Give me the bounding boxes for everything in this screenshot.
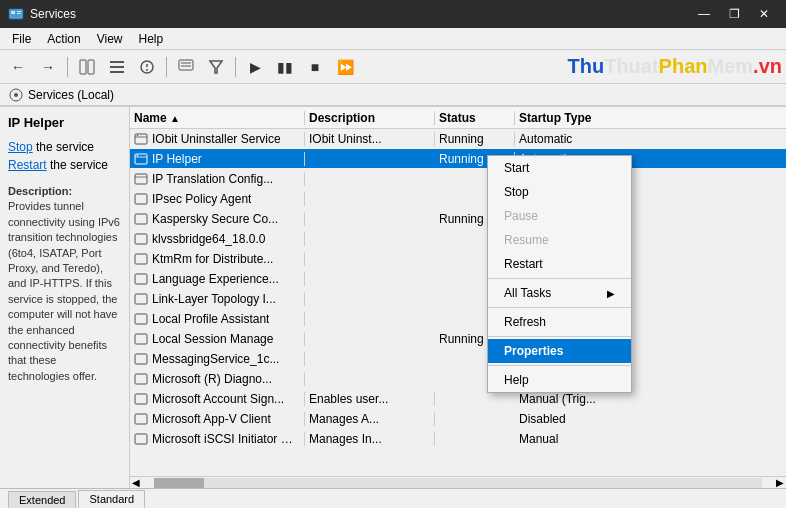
- pause-button[interactable]: ▮▮: [271, 54, 299, 80]
- table-header: Name ▲ Description Status Startup Type: [130, 107, 786, 129]
- col-header-desc: Description: [305, 111, 435, 125]
- table-row[interactable]: KtmRm for Distribute... Manual (Trig...: [130, 249, 786, 269]
- service-icon: [134, 192, 148, 206]
- row-name: IP Translation Config...: [152, 172, 273, 186]
- table-row[interactable]: Microsoft (R) Diagno... Manual: [130, 369, 786, 389]
- table-row[interactable]: Microsoft Account Sign... Enables user..…: [130, 389, 786, 409]
- row-desc: Enables user...: [305, 392, 435, 406]
- row-name: klvssbridge64_18.0.0: [152, 232, 265, 246]
- table-row[interactable]: Microsoft iSCSI Initiator Ser... Manages…: [130, 429, 786, 449]
- ctx-all-tasks[interactable]: All Tasks ▶: [488, 281, 631, 305]
- svg-rect-32: [135, 314, 147, 324]
- event-log-button[interactable]: [172, 54, 200, 80]
- menu-view[interactable]: View: [89, 30, 131, 48]
- service-icon: [134, 352, 148, 366]
- table-row[interactable]: Language Experience... Manual (Trig...: [130, 269, 786, 289]
- row-startup: Manual: [515, 432, 615, 446]
- table-row[interactable]: MessagingService_1c... Manual (Trig...: [130, 349, 786, 369]
- svg-rect-6: [110, 61, 124, 63]
- svg-rect-1: [11, 11, 15, 14]
- row-desc: Manages In...: [305, 432, 435, 446]
- filter-button[interactable]: [202, 54, 230, 80]
- restart-service-link[interactable]: Restart: [8, 158, 47, 172]
- table-row[interactable]: IP Translation Config... Manual (Trig...: [130, 169, 786, 189]
- stop-button[interactable]: ■: [301, 54, 329, 80]
- service-icon: [134, 372, 148, 386]
- ctx-refresh[interactable]: Refresh: [488, 310, 631, 334]
- breadcrumb-bar: Services (Local): [0, 84, 786, 106]
- scroll-left-btn[interactable]: ◀: [130, 477, 142, 488]
- menu-help[interactable]: Help: [131, 30, 172, 48]
- menu-action[interactable]: Action: [39, 30, 88, 48]
- ctx-restart-label: Restart: [504, 257, 543, 271]
- desc-title: Description:: [8, 185, 72, 197]
- minimize-button[interactable]: —: [690, 4, 718, 24]
- row-name: Link-Layer Topology I...: [152, 292, 276, 306]
- table-row[interactable]: IObit Uninstaller Service IObit Uninst..…: [130, 129, 786, 149]
- svg-rect-38: [135, 434, 147, 444]
- forward-button[interactable]: →: [34, 54, 62, 80]
- bottom-section: Extended Standard Opens the properties d…: [0, 488, 786, 508]
- ctx-separator-1: [488, 278, 631, 279]
- play-button[interactable]: ▶: [241, 54, 269, 80]
- table-row[interactable]: klvssbridge64_18.0.0 Manual: [130, 229, 786, 249]
- table-row[interactable]: Kaspersky Secure Co... Running Automatic…: [130, 209, 786, 229]
- table-row[interactable]: IP Helper Running Automatic: [130, 149, 786, 169]
- svg-rect-12: [179, 60, 193, 70]
- row-name: KtmRm for Distribute...: [152, 252, 273, 266]
- menu-file[interactable]: File: [4, 30, 39, 48]
- stop-service-link[interactable]: Stop: [8, 140, 33, 154]
- table-row[interactable]: Link-Layer Topology I... Manual (Trig...: [130, 289, 786, 309]
- row-name: Microsoft App-V Client: [152, 412, 271, 426]
- row-name: MessagingService_1c...: [152, 352, 279, 366]
- close-button[interactable]: ✕: [750, 4, 778, 24]
- svg-rect-37: [135, 414, 147, 424]
- svg-rect-7: [110, 66, 124, 68]
- ctx-help[interactable]: Help: [488, 368, 631, 392]
- restart-button[interactable]: ⏩: [331, 54, 359, 80]
- ctx-restart[interactable]: Restart: [488, 252, 631, 276]
- main-area: IP Helper Stop the service Restart the s…: [0, 106, 786, 488]
- tab-standard[interactable]: Standard: [78, 490, 145, 508]
- toolbar: ← → ▶ ▮▮ ■ ⏩ ThuThuatPhanMem.vn: [0, 50, 786, 84]
- properties-btn[interactable]: [133, 54, 161, 80]
- svg-marker-15: [210, 61, 222, 73]
- row-startup: Automatic: [515, 132, 615, 146]
- ctx-properties[interactable]: Properties: [488, 339, 631, 363]
- toolbar-separator-3: [235, 57, 236, 77]
- svg-rect-28: [135, 234, 147, 244]
- maximize-button[interactable]: ❐: [720, 4, 748, 24]
- svg-rect-8: [110, 71, 124, 73]
- ctx-stop[interactable]: Stop: [488, 180, 631, 204]
- show-hide-button[interactable]: [73, 54, 101, 80]
- ctx-all-tasks-label: All Tasks: [504, 286, 551, 300]
- list-button[interactable]: [103, 54, 131, 80]
- brand-phan: Phan: [659, 55, 708, 77]
- menubar: File Action View Help: [0, 28, 786, 50]
- table-row[interactable]: Local Profile Assistant Manual (Trig...: [130, 309, 786, 329]
- scroll-track: [154, 478, 762, 488]
- scroll-right-btn[interactable]: ▶: [774, 477, 786, 488]
- svg-rect-26: [135, 194, 147, 204]
- col-header-name: Name ▲: [130, 111, 305, 125]
- svg-rect-36: [135, 394, 147, 404]
- table-row[interactable]: Microsoft App-V Client Manages A... Disa…: [130, 409, 786, 429]
- brand-vn: .vn: [753, 55, 782, 77]
- svg-rect-34: [135, 354, 147, 364]
- table-row[interactable]: Local Session Manage Running Automatic: [130, 329, 786, 349]
- ctx-start[interactable]: Start: [488, 156, 631, 180]
- toolbar-separator-1: [67, 57, 68, 77]
- row-name: IPsec Policy Agent: [152, 192, 251, 206]
- service-icon: [134, 152, 148, 166]
- tab-extended[interactable]: Extended: [8, 491, 76, 508]
- row-name: Microsoft (R) Diagno...: [152, 372, 272, 386]
- row-name: Microsoft Account Sign...: [152, 392, 284, 406]
- svg-point-11: [146, 69, 148, 71]
- back-button[interactable]: ←: [4, 54, 32, 80]
- scroll-thumb[interactable]: [154, 478, 204, 488]
- horizontal-scrollbar[interactable]: ◀ ▶: [130, 476, 786, 488]
- right-panel: Name ▲ Description Status Startup Type I…: [130, 107, 786, 488]
- row-desc: IObit Uninst...: [305, 132, 435, 146]
- table-row[interactable]: IPsec Policy Agent Manual (Trig...: [130, 189, 786, 209]
- ctx-separator-4: [488, 365, 631, 366]
